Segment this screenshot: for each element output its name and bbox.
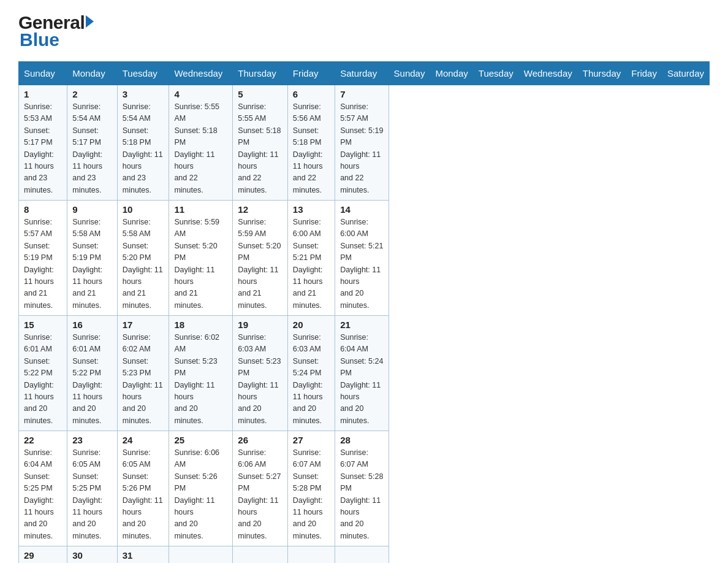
col-header-thursday: Thursday [233,62,288,85]
day-info: Sunrise: 5:58 AMSunset: 5:20 PMDaylight:… [123,216,164,312]
day-number: 28 [340,435,383,445]
week-row-4: 22Sunrise: 6:04 AMSunset: 5:25 PMDayligh… [19,431,710,546]
week-row-2: 8Sunrise: 5:57 AMSunset: 5:19 PMDaylight… [19,201,710,316]
col-header-thursday: Thursday [577,62,626,85]
col-header-tuesday: Tuesday [117,62,169,85]
calendar-cell: 16Sunrise: 6:01 AMSunset: 5:22 PMDayligh… [67,316,117,431]
calendar-cell: 8Sunrise: 5:57 AMSunset: 5:19 PMDaylight… [19,201,67,316]
day-number: 19 [238,320,282,330]
calendar-table: SundayMondayTuesdayWednesdayThursdayFrid… [18,61,710,563]
day-info: Sunrise: 5:57 AMSunset: 5:19 PMDaylight:… [340,101,383,196]
day-number: 6 [293,89,330,99]
day-number: 26 [238,435,282,445]
calendar-cell: 29Sunrise: 6:08 AMSunset: 5:29 PMDayligh… [19,546,67,564]
day-number: 21 [340,320,383,330]
day-info: Sunrise: 5:55 AMSunset: 5:18 PMDaylight:… [238,101,282,196]
calendar-cell: 24Sunrise: 6:05 AMSunset: 5:26 PMDayligh… [117,431,169,546]
calendar-cell: 7Sunrise: 5:57 AMSunset: 5:19 PMDaylight… [335,85,389,201]
calendar-cell [287,546,335,564]
day-info: Sunrise: 6:02 AMSunset: 5:23 PMDaylight:… [123,332,164,427]
calendar-cell: 31Sunrise: 6:09 AMSunset: 5:30 PMDayligh… [117,546,169,564]
day-number: 10 [123,204,164,215]
day-info: Sunrise: 6:03 AMSunset: 5:24 PMDaylight:… [293,332,330,427]
day-info: Sunrise: 6:04 AMSunset: 5:25 PMDaylight:… [24,447,62,542]
calendar-cell [233,546,288,564]
calendar-cell: 5Sunrise: 5:55 AMSunset: 5:18 PMDaylight… [233,85,288,201]
calendar-cell: 26Sunrise: 6:06 AMSunset: 5:27 PMDayligh… [233,431,288,546]
logo-blue-text: Blue [18,29,59,50]
week-row-3: 15Sunrise: 6:01 AMSunset: 5:22 PMDayligh… [19,316,710,431]
day-info: Sunrise: 5:59 AMSunset: 5:20 PMDaylight:… [174,216,227,312]
day-info: Sunrise: 5:55 AMSunset: 5:18 PMDaylight:… [174,101,227,196]
calendar-cell: 12Sunrise: 5:59 AMSunset: 5:20 PMDayligh… [233,201,288,316]
day-info: Sunrise: 6:05 AMSunset: 5:26 PMDaylight:… [123,447,164,542]
calendar-cell: 18Sunrise: 6:02 AMSunset: 5:23 PMDayligh… [169,316,233,431]
calendar-cell: 21Sunrise: 6:04 AMSunset: 5:24 PMDayligh… [335,316,389,431]
day-info: Sunrise: 5:53 AMSunset: 5:17 PMDaylight:… [24,101,62,196]
day-info: Sunrise: 6:01 AMSunset: 5:22 PMDaylight:… [72,332,112,427]
day-info: Sunrise: 6:06 AMSunset: 5:26 PMDaylight:… [174,447,227,542]
calendar-cell: 17Sunrise: 6:02 AMSunset: 5:23 PMDayligh… [117,316,169,431]
day-info: Sunrise: 6:04 AMSunset: 5:24 PMDaylight:… [340,332,383,427]
day-number: 27 [293,435,330,445]
day-info: Sunrise: 5:54 AMSunset: 5:17 PMDaylight:… [72,101,112,196]
day-number: 14 [340,204,383,215]
day-number: 1 [24,89,62,99]
day-info: Sunrise: 6:01 AMSunset: 5:22 PMDaylight:… [24,332,62,427]
day-number: 9 [72,204,112,215]
calendar-cell: 23Sunrise: 6:05 AMSunset: 5:25 PMDayligh… [67,431,117,546]
calendar-cell: 15Sunrise: 6:01 AMSunset: 5:22 PMDayligh… [19,316,67,431]
calendar-cell [335,546,389,564]
calendar-cell: 9Sunrise: 5:58 AMSunset: 5:19 PMDaylight… [67,201,117,316]
col-header-friday: Friday [287,62,335,85]
col-header-tuesday: Tuesday [473,62,518,85]
calendar-cell: 11Sunrise: 5:59 AMSunset: 5:20 PMDayligh… [169,201,233,316]
day-number: 11 [174,204,227,215]
day-number: 16 [72,320,112,330]
calendar-cell: 2Sunrise: 5:54 AMSunset: 5:17 PMDaylight… [67,85,117,201]
day-info: Sunrise: 6:03 AMSunset: 5:23 PMDaylight:… [238,332,282,427]
calendar-cell: 4Sunrise: 5:55 AMSunset: 5:18 PMDaylight… [169,85,233,201]
calendar-cell: 1Sunrise: 5:53 AMSunset: 5:17 PMDaylight… [19,85,67,201]
calendar-cell: 27Sunrise: 6:07 AMSunset: 5:28 PMDayligh… [287,431,335,546]
week-row-1: 1Sunrise: 5:53 AMSunset: 5:17 PMDaylight… [19,85,710,201]
day-number: 13 [293,204,330,215]
day-info: Sunrise: 6:06 AMSunset: 5:27 PMDaylight:… [238,447,282,542]
col-header-sunday: Sunday [389,62,430,85]
col-header-monday: Monday [67,62,117,85]
calendar-cell: 30Sunrise: 6:08 AMSunset: 5:29 PMDayligh… [67,546,117,564]
day-number: 4 [174,89,227,99]
day-number: 25 [174,435,227,445]
day-info: Sunrise: 6:07 AMSunset: 5:28 PMDaylight:… [293,447,330,542]
day-info: Sunrise: 6:02 AMSunset: 5:23 PMDaylight:… [174,332,227,427]
day-info: Sunrise: 5:54 AMSunset: 5:18 PMDaylight:… [123,101,164,196]
day-info: Sunrise: 5:56 AMSunset: 5:18 PMDaylight:… [293,101,330,196]
logo-arrow-icon [86,15,94,28]
calendar-cell: 3Sunrise: 5:54 AMSunset: 5:18 PMDaylight… [117,85,169,201]
day-number: 7 [340,89,383,99]
day-number: 29 [24,550,62,561]
calendar-header-row: SundayMondayTuesdayWednesdayThursdayFrid… [19,62,710,85]
day-info: Sunrise: 5:58 AMSunset: 5:19 PMDaylight:… [72,216,112,312]
calendar-cell: 10Sunrise: 5:58 AMSunset: 5:20 PMDayligh… [117,201,169,316]
calendar-cell: 25Sunrise: 6:06 AMSunset: 5:26 PMDayligh… [169,431,233,546]
col-header-monday: Monday [430,62,473,85]
day-number: 12 [238,204,282,215]
day-info: Sunrise: 5:59 AMSunset: 5:20 PMDaylight:… [238,216,282,312]
day-number: 22 [24,435,62,445]
day-info: Sunrise: 5:57 AMSunset: 5:19 PMDaylight:… [24,216,62,312]
day-info: Sunrise: 6:00 AMSunset: 5:21 PMDaylight:… [340,216,383,312]
calendar-cell: 6Sunrise: 5:56 AMSunset: 5:18 PMDaylight… [287,85,335,201]
day-number: 23 [72,435,112,445]
calendar-cell: 19Sunrise: 6:03 AMSunset: 5:23 PMDayligh… [233,316,288,431]
calendar-cell [169,546,233,564]
day-number: 8 [24,204,62,215]
col-header-wednesday: Wednesday [518,62,577,85]
calendar-cell: 14Sunrise: 6:00 AMSunset: 5:21 PMDayligh… [335,201,389,316]
day-number: 2 [72,89,112,99]
day-number: 24 [123,435,164,445]
day-number: 15 [24,320,62,330]
calendar-cell: 22Sunrise: 6:04 AMSunset: 5:25 PMDayligh… [19,431,67,546]
col-header-saturday: Saturday [662,62,709,85]
day-number: 20 [293,320,330,330]
